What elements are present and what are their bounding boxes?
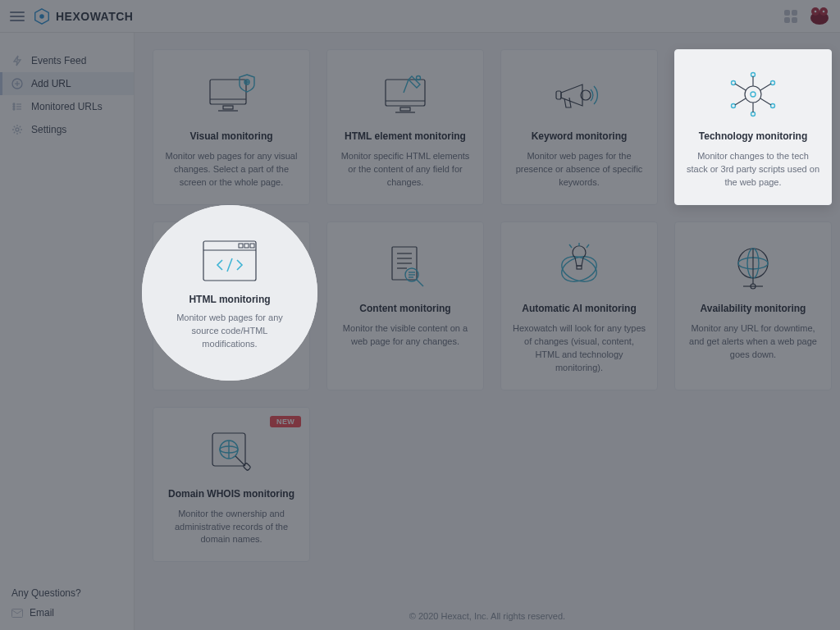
svg-point-36 [771,104,775,108]
svg-point-34 [771,81,775,85]
header: HEXOWATCH [0,0,840,33]
gear-icon [11,124,23,135]
logo-icon [33,7,51,25]
svg-point-6 [823,10,825,12]
code-window-icon [203,238,257,284]
svg-point-31 [745,86,761,103]
svg-line-85 [227,258,232,272]
mail-icon [11,609,23,618]
svg-line-78 [235,456,245,466]
card-desc: Monitor web pages for any visual changes… [165,150,298,189]
network-icon [687,66,819,122]
card-desc: Monitor any URL for downtime, and get al… [687,322,819,362]
svg-point-5 [815,10,817,12]
svg-line-27 [404,80,409,93]
apps-icon[interactable] [784,10,797,23]
card-desc: Hexowatch will look for any types of cha… [513,322,646,375]
card-technology[interactable]: Technology monitoringMonitor changes to … [674,49,832,205]
svg-rect-63 [577,266,582,269]
sidebar-item-label: Events Feed [31,55,86,66]
list-icon [11,101,23,112]
svg-point-11 [13,106,15,107]
doc-search-icon [339,239,472,294]
svg-rect-20 [223,106,233,109]
magnify-globe-icon [165,424,298,480]
svg-point-16 [16,128,19,131]
nav-list: Events FeedAdd URLMonitored URLsSettings [0,49,134,141]
sidebar-item-label: Monitored URLs [31,101,103,112]
svg-point-38 [751,112,756,116]
card-title: Content monitoring [339,303,472,314]
svg-line-43 [735,98,746,105]
header-right [784,7,830,26]
card-desc: Monitor changes to the tech stack or 3rd… [687,150,819,189]
lightning-icon [11,55,23,66]
megaphone-icon [513,66,646,122]
brand-logo[interactable]: HEXOWATCH [33,7,133,25]
svg-point-35 [732,104,736,108]
card-title: Availability monitoring [687,303,819,314]
card-ai[interactable]: Automatic AI monitoringHexowatch will lo… [500,221,658,390]
sidebar: Events FeedAdd URLMonitored URLsSettings… [0,33,135,630]
sidebar-footer: Any Questions? Email [0,578,134,630]
svg-line-65 [569,244,572,248]
spot-title: HTML monitoring [189,294,270,305]
card-desc: Monitor specific HTML elements or the co… [339,150,472,189]
svg-line-57 [417,280,423,286]
svg-line-42 [760,84,771,90]
card-title: HTML element monitoring [339,130,472,142]
user-avatar[interactable] [809,7,830,26]
svg-point-33 [732,81,736,85]
svg-rect-83 [244,244,249,248]
card-desc: Monitor the ownership and administrative… [165,508,298,547]
globe-icon [687,239,819,294]
plus-circle-icon [11,78,23,89]
card-title: Technology monitoring [687,130,819,142]
header-left: HEXOWATCH [10,7,133,25]
svg-rect-79 [243,463,251,471]
svg-point-10 [13,103,15,105]
svg-point-12 [13,108,15,110]
sidebar-item-monitored-urls[interactable]: Monitored URLs [0,95,134,118]
sidebar-item-label: Add URL [31,78,71,89]
svg-rect-25 [400,107,410,111]
card-desc: Monitor the visible content on a web pag… [339,322,472,349]
sidebar-item-label: Settings [31,124,66,135]
card-title: Domain WHOIS monitoring [165,488,298,500]
spotlight-card-html[interactable]: HTML monitoring Monitor web pages for an… [142,205,317,381]
svg-line-44 [760,98,771,105]
svg-rect-84 [250,244,254,248]
email-link[interactable]: Email [11,607,122,619]
card-visual[interactable]: Visual monitoringMonitor web pages for a… [153,49,310,205]
ai-bulb-icon [513,239,646,294]
footer-text: © 2020 Hexact, Inc. All rights reserved. [153,611,822,621]
brand-text: HEXOWATCH [56,10,133,23]
monitor-pin-icon [339,66,472,122]
card-title: Keyword monitoring [513,130,646,142]
sidebar-item-add-url[interactable]: Add URL [0,72,134,95]
svg-rect-82 [239,244,243,248]
sidebar-item-settings[interactable]: Settings [0,118,134,141]
card-availability[interactable]: Availability monitoringMonitor any URL f… [674,221,832,390]
monitor-shield-icon [165,66,298,122]
card-keyword[interactable]: Keyword monitoringMonitor web pages for … [500,49,658,205]
svg-point-1 [39,14,44,19]
card-whois[interactable]: NEWDomain WHOIS monitoringMonitor the ow… [153,407,310,563]
svg-line-66 [587,244,589,248]
sidebar-item-events-feed[interactable]: Events Feed [0,49,134,72]
questions-label: Any Questions? [11,587,122,599]
card-title: Visual monitoring [165,130,298,142]
svg-rect-18 [210,80,246,104]
svg-point-32 [751,92,756,97]
email-label: Email [30,607,54,619]
tour-spotlight: HTML monitoring Monitor web pages for an… [142,205,317,381]
card-desc: Monitor web pages for the presence or ab… [513,150,646,189]
svg-rect-29 [556,91,561,99]
menu-toggle[interactable] [10,11,25,21]
spot-desc: Monitor web pages for any source code/HT… [167,312,293,351]
card-title: Automatic AI monitoring [513,303,646,314]
svg-line-41 [735,84,746,90]
svg-rect-80 [203,241,256,281]
card-content[interactable]: Content monitoringMonitor the visible co… [326,221,484,390]
card-html-element[interactable]: HTML element monitoringMonitor specific … [326,49,484,205]
